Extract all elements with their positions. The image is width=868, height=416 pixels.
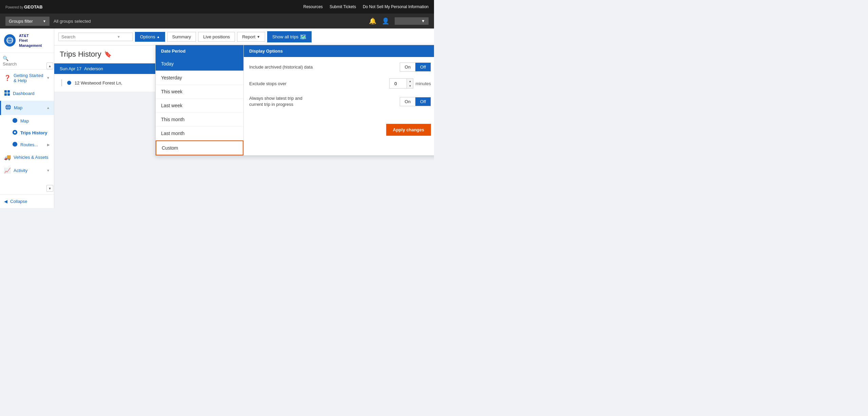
logo: Powered by GEOTAB (5, 3, 46, 10)
apply-changes-button[interactable]: Apply changes (386, 124, 431, 136)
user-menu-button[interactable]: ▼ (395, 17, 429, 25)
map-sub-icon (12, 118, 18, 124)
report-arrow-icon: ▼ (257, 35, 260, 39)
resources-link[interactable]: Resources (303, 4, 323, 9)
live-positions-label: Live positions (203, 34, 230, 39)
trip-dot-icon (67, 81, 71, 85)
svg-point-17 (13, 142, 17, 147)
date-item-today[interactable]: Today (156, 57, 243, 71)
brand-line1: AT&T (19, 33, 50, 38)
stops-decrement-button[interactable]: ▼ (407, 83, 413, 88)
trip-address: 12 Westwood Forest Ln, (75, 80, 122, 86)
vehicles-icon: 🚚 (4, 154, 11, 160)
map-layers-icon: 🗺️ (300, 34, 307, 40)
sidebar-subitem-trips-history[interactable]: Trips History (0, 127, 54, 139)
sidebar-item-vehicles[interactable]: 🚚 Vehicles & Assets (0, 151, 54, 164)
bookmark-icon[interactable]: 🔖 (104, 51, 112, 58)
map-sub-icon-svg (12, 118, 18, 123)
activity-arrow-icon: ▼ (46, 169, 50, 172)
report-button[interactable]: Report ▼ (237, 32, 265, 42)
getting-started-label: Getting Started & Help (14, 73, 44, 83)
help-icon: ❓ (4, 75, 11, 81)
archived-off-button[interactable]: Off (415, 63, 431, 71)
trip-date-label: Sun Apr 17 (60, 66, 81, 71)
sidebar-item-map[interactable]: Map ▲ (0, 101, 54, 115)
archived-on-button[interactable]: On (400, 63, 415, 71)
stops-increment-button[interactable]: ▲ (407, 79, 413, 83)
display-options-column: Display Options Include archived (histor… (244, 45, 434, 155)
display-options-header-label: Display Options (249, 49, 283, 54)
stops-number-input-wrap: 0 ▲ ▼ (389, 78, 413, 89)
options-chevron-icon: ▲ (157, 35, 160, 39)
routes-label: Routes... (20, 142, 38, 147)
summary-button[interactable]: Summary (167, 32, 196, 42)
search-input[interactable] (61, 34, 116, 39)
sidebar-item-getting-started[interactable]: ❓ Getting Started & Help ▼ (0, 70, 54, 87)
date-item-yesterday[interactable]: Yesterday (156, 71, 243, 85)
exclude-stops-row: Exclude stops over 0 ▲ ▼ minutes (249, 78, 431, 89)
main-layout: AT&T Fleet Management 🔍 ▲ ❓ Getting Star… (0, 29, 434, 208)
date-item-this-week[interactable]: This week (156, 85, 243, 99)
trips-history-icon (12, 130, 18, 136)
display-options-header: Display Options (244, 45, 434, 57)
att-icon-svg (5, 35, 15, 45)
latest-trip-off-button[interactable]: Off (415, 97, 431, 106)
activity-icon: 📈 (4, 167, 11, 174)
options-dropdown-panel: Date Period Today Yesterday This week La… (155, 45, 434, 156)
trips-history-label: Trips History (20, 130, 47, 135)
sidebar-header: AT&T Fleet Management (0, 29, 54, 53)
date-item-last-month[interactable]: Last month (156, 127, 243, 140)
minutes-label: minutes (415, 81, 431, 86)
sidebar-scroll-down-button[interactable]: ▼ (46, 185, 53, 192)
notification-bell-icon[interactable]: 🔔 (369, 17, 376, 25)
sidebar-scroll-up-button[interactable]: ▲ (46, 62, 53, 69)
summary-label: Summary (172, 34, 191, 39)
archived-toggle-group: On Off (400, 62, 431, 72)
stops-input-wrap: 0 ▲ ▼ minutes (389, 78, 431, 89)
att-logo-icon (4, 34, 16, 46)
sidebar-item-activity[interactable]: 📈 Activity ▼ (0, 164, 54, 177)
show-all-trips-button[interactable]: Show all trips 🗺️ (267, 31, 312, 42)
collapse-label: Collapse (10, 199, 27, 204)
toolbar: ▼ Options ▲ Summary Live positions Repor… (54, 29, 434, 45)
last-month-label: Last month (161, 131, 184, 136)
collapse-button[interactable]: ◀ Collapse (0, 194, 54, 208)
latest-trip-on-button[interactable]: On (400, 97, 415, 106)
latest-trip-row: Always show latest trip and current trip… (249, 95, 431, 108)
sidebar-item-dashboard[interactable]: Dashboard (0, 87, 54, 101)
svg-point-14 (13, 118, 17, 123)
svg-rect-7 (7, 90, 10, 93)
svg-rect-8 (4, 93, 7, 96)
search-dropdown-icon[interactable]: ▼ (117, 35, 120, 39)
date-item-this-month[interactable]: This month (156, 113, 243, 127)
routes-icon (12, 141, 18, 148)
groups-filter-button[interactable]: Groups filter ▼ (5, 17, 50, 26)
show-all-trips-label: Show all trips (272, 34, 298, 39)
sidebar-subitem-map[interactable]: Map (0, 115, 54, 127)
sidebar-subitem-routes[interactable]: Routes... ▶ (0, 139, 54, 151)
live-positions-button[interactable]: Live positions (198, 32, 235, 42)
date-item-custom[interactable]: Custom (156, 140, 243, 155)
this-month-label: This month (161, 117, 184, 122)
sidebar-search-bar: 🔍 (0, 53, 54, 70)
stops-number-input[interactable]: 0 (390, 79, 407, 88)
brand-line2: Fleet Management (19, 38, 50, 48)
sidebar-search-input[interactable] (3, 61, 51, 67)
user-avatar-icon[interactable]: 👤 (382, 17, 389, 25)
trips-history-title: Trips History (60, 50, 101, 59)
collapse-icon: ◀ (4, 199, 7, 204)
do-not-sell-link[interactable]: Do Not Sell My Personal Information (363, 4, 429, 9)
map-sub-label: Map (20, 118, 29, 124)
latest-trip-line1: Always show latest trip and (249, 96, 302, 101)
latest-trip-line2: current trip in progress (249, 102, 293, 107)
trip-timeline-line (61, 79, 62, 86)
svg-text:GEOTAB: GEOTAB (24, 4, 43, 10)
user-menu-arrow-icon: ▼ (421, 19, 425, 23)
submit-tickets-link[interactable]: Submit Tickets (330, 4, 356, 9)
dashboard-label: Dashboard (13, 91, 50, 96)
search-field-wrap: ▼ (58, 33, 133, 41)
latest-trip-toggle-group: On Off (400, 97, 431, 106)
geotab-logo: Powered by GEOTAB (5, 3, 46, 10)
options-button[interactable]: Options ▲ (135, 32, 165, 42)
date-item-last-week[interactable]: Last week (156, 99, 243, 113)
